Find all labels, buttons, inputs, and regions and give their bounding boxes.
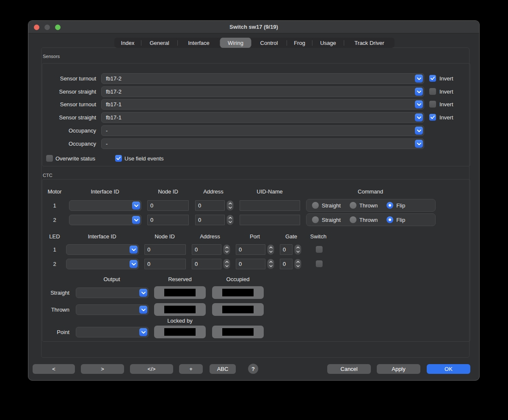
motor-1-node-id-field[interactable]: 0 [147, 200, 189, 211]
invert-checkbox[interactable] [429, 114, 436, 121]
chevron-down-icon[interactable] [415, 88, 423, 96]
motor-2-address-stepper[interactable] [226, 215, 234, 225]
led-1-port-field[interactable]: 0 [236, 244, 265, 255]
straight-occupied-color-well[interactable] [212, 286, 264, 299]
led-2-gate-field[interactable]: 0 [280, 259, 293, 269]
led-1-gate-stepper[interactable] [294, 244, 301, 255]
motor-2-uid-name-field[interactable] [240, 215, 300, 225]
led-1-node-id-field[interactable]: 0 [144, 244, 186, 255]
uid-name-header: UID-Name [257, 188, 282, 195]
sensor-straight-2-combobox[interactable]: fb17-1 [101, 112, 424, 123]
chevron-down-icon[interactable] [130, 260, 138, 268]
chevron-up-icon [296, 261, 300, 263]
occupancy-2-combobox[interactable]: - [101, 138, 424, 149]
xml-button[interactable]: </> [130, 364, 173, 374]
tab-frog[interactable]: Frog [287, 38, 312, 48]
motor-1-address-stepper[interactable] [226, 200, 234, 211]
gate-header: Gate [285, 233, 297, 240]
tab-usage[interactable]: Usage [312, 38, 344, 48]
apply-button[interactable]: Apply [377, 364, 420, 374]
straight-reserved-color-well[interactable] [154, 286, 206, 299]
chevron-up-icon [229, 202, 232, 204]
motor-2-address-field[interactable]: 0 [195, 215, 225, 225]
sensor-row-label: Occupancy [43, 125, 96, 136]
next-button[interactable]: > [81, 364, 124, 374]
chevron-down-icon[interactable] [415, 140, 423, 148]
point-occupied-color-well[interactable] [212, 326, 264, 338]
use-field-events-checkbox[interactable] [115, 155, 122, 162]
overwrite-status-checkbox[interactable] [46, 155, 53, 162]
add-button[interactable]: + [179, 364, 203, 374]
motor-2-interface-id-combobox[interactable] [69, 215, 141, 225]
chevron-down-icon[interactable] [139, 328, 147, 336]
led-1-gate-field[interactable]: 0 [280, 244, 293, 255]
chevron-down-icon[interactable] [415, 113, 423, 122]
led-2-port-stepper[interactable] [267, 259, 274, 269]
led-1-port-stepper[interactable] [267, 244, 274, 255]
help-button[interactable]: ? [248, 364, 258, 374]
led-2-address-stepper[interactable] [223, 259, 230, 269]
motor-1-interface-id-combobox[interactable] [69, 200, 141, 211]
output-header: Output [103, 276, 120, 282]
motor-1-uid-name-field[interactable] [240, 200, 300, 211]
tab-track-driver[interactable]: Track Driver [344, 38, 395, 48]
led-2-gate-stepper[interactable] [294, 259, 301, 269]
occupancy-1-combobox[interactable]: - [101, 125, 424, 136]
tab-interface[interactable]: Interface [178, 38, 220, 48]
command-thrown-option[interactable]: Thrown [350, 216, 378, 223]
radio-icon[interactable] [350, 216, 356, 223]
tab-general[interactable]: General [141, 38, 177, 48]
radio-icon[interactable] [312, 202, 319, 209]
led-2-address-field[interactable]: 0 [192, 259, 221, 269]
led-1-address-field[interactable]: 0 [192, 244, 221, 255]
command-thrown-option[interactable]: Thrown [350, 202, 378, 209]
led-2-port-field[interactable]: 0 [236, 259, 265, 269]
invert-checkbox[interactable] [429, 75, 436, 82]
command-straight-option[interactable]: Straight [312, 216, 341, 223]
tab-wiring[interactable]: Wiring [220, 38, 251, 48]
invert-checkbox[interactable] [429, 101, 436, 108]
command-flip-option[interactable]: Flip [387, 216, 405, 223]
chevron-down-icon[interactable] [139, 289, 147, 297]
chevron-down-icon[interactable] [139, 306, 147, 314]
point-locked-by-color-well[interactable] [154, 326, 206, 338]
thrown-reserved-color-well[interactable] [154, 303, 206, 316]
led-1-switch-checkbox[interactable] [316, 246, 323, 253]
locked-by-label: Locked by [167, 318, 192, 324]
chevron-down-icon[interactable] [415, 75, 423, 83]
led-1-interface-id-combobox[interactable] [66, 244, 139, 255]
radio-icon[interactable] [387, 216, 393, 223]
led-2-interface-id-combobox[interactable] [66, 259, 139, 269]
thrown-occupied-color-well[interactable] [212, 303, 264, 316]
output-point-combobox[interactable] [76, 327, 149, 337]
radio-icon[interactable] [312, 216, 319, 223]
tab-index[interactable]: Index [114, 38, 141, 48]
radio-icon[interactable] [387, 202, 393, 209]
radio-icon[interactable] [350, 202, 356, 209]
sensor-straight-1-combobox[interactable]: fb17-2 [101, 86, 424, 97]
motor-2-node-id-field[interactable]: 0 [147, 215, 189, 225]
command-straight-option[interactable]: Straight [312, 202, 341, 209]
invert-checkbox[interactable] [429, 88, 436, 95]
chevron-down-icon[interactable] [132, 216, 140, 224]
sensor-turnout-1-combobox[interactable]: fb17-2 [101, 73, 424, 84]
output-thrown-combobox[interactable] [76, 304, 149, 315]
output-straight-combobox[interactable] [76, 287, 149, 298]
abc-button[interactable]: ABC [210, 364, 236, 374]
led-2-switch-checkbox[interactable] [316, 260, 323, 267]
sensor-turnout-2-combobox[interactable]: fb17-1 [101, 99, 424, 110]
interface-id-header: Interface ID [88, 233, 116, 240]
chevron-down-icon[interactable] [132, 202, 140, 210]
cancel-button[interactable]: Cancel [327, 364, 371, 374]
ok-button[interactable]: OK [427, 364, 470, 374]
led-2-node-id-field[interactable]: 0 [144, 259, 186, 269]
chevron-down-icon[interactable] [415, 100, 423, 108]
chevron-down-icon[interactable] [130, 246, 138, 254]
chevron-down-icon[interactable] [415, 127, 423, 135]
led-1-address-stepper[interactable] [223, 244, 230, 255]
command-flip-option[interactable]: Flip [387, 202, 405, 209]
tab-control[interactable]: Control [251, 38, 287, 48]
occupied-header: Occupied [226, 276, 250, 282]
previous-button[interactable]: < [33, 364, 75, 374]
motor-1-address-field[interactable]: 0 [195, 200, 225, 211]
